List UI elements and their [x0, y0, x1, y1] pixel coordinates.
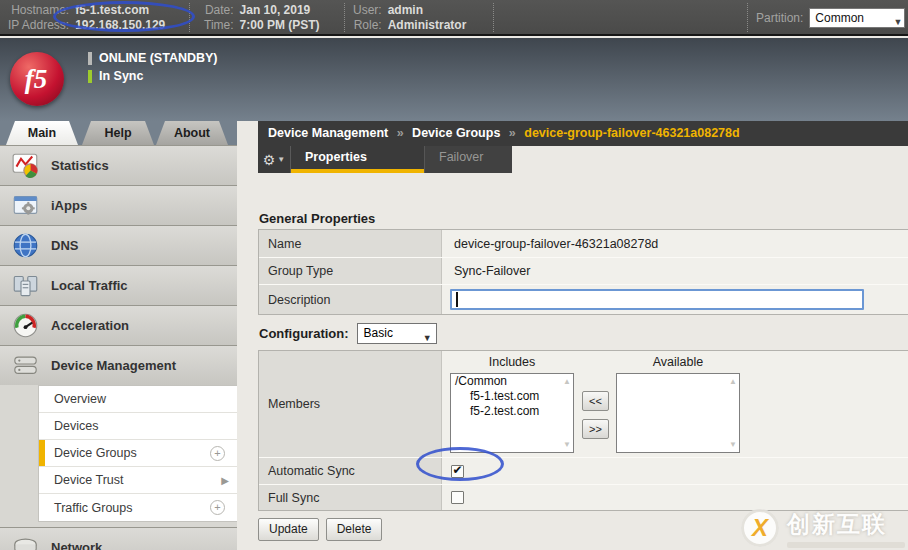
members-row-value: Includes Available /Common f5-1.test.com…	[442, 351, 908, 457]
tab-main[interactable]: Main	[6, 121, 78, 145]
full-sync-label: Full Sync	[259, 485, 442, 510]
main-content: Device Management » Device Groups » devi…	[237, 121, 908, 550]
chevron-down-icon: ▼	[277, 155, 285, 164]
topbar-divider	[747, 3, 748, 32]
breadcrumb-separator: »	[509, 126, 516, 140]
breadcrumb-current-page: device-group-failover-46321a08278d	[524, 126, 739, 140]
sidebar-item-label: iApps	[51, 198, 87, 213]
watermark-text-block: 创新互联	[787, 509, 905, 548]
submenu-item-label: Overview	[54, 392, 106, 406]
includes-caption: Includes	[450, 355, 574, 369]
sidebar-item-acceleration[interactable]: Acceleration	[0, 305, 237, 345]
name-row-value: device-group-failover-46321a08278d	[442, 230, 908, 257]
update-button[interactable]: Update	[258, 518, 319, 541]
hostname-value: f5-1.test.com	[75, 3, 165, 17]
role-value: Administrator	[388, 18, 467, 32]
device-status: ONLINE (STANDBY) In Sync	[88, 51, 218, 87]
breadcrumb-device-groups[interactable]: Device Groups	[412, 126, 500, 140]
add-device-group-icon[interactable]: +	[210, 446, 225, 461]
sidebar-item-iapps[interactable]: iApps	[0, 185, 237, 225]
sidebar-item-label: DNS	[51, 238, 78, 253]
sidebar-item-local-traffic[interactable]: Local Traffic	[0, 265, 237, 305]
subtab-properties[interactable]: Properties	[291, 146, 424, 173]
ip-address-value: 192.168.150.129	[75, 18, 165, 32]
hostname-label: Hostname:	[8, 3, 69, 17]
subtab-bar: ⚙ ▼ Properties Failover	[258, 146, 512, 173]
action-buttons: Update Delete	[258, 518, 382, 541]
status-online-row: ONLINE (STANDBY)	[88, 51, 218, 65]
sidebar-item-statistics[interactable]: Statistics	[0, 145, 237, 185]
automatic-sync-value	[442, 458, 908, 484]
tab-help[interactable]: Help	[82, 121, 154, 145]
scroll-down-icon[interactable]: ▼	[563, 440, 571, 449]
submenu-item-overview[interactable]: Overview	[39, 386, 237, 413]
subtab-failover[interactable]: Failover	[424, 146, 512, 173]
submenu-item-label: Devices	[54, 419, 98, 433]
includes-option[interactable]: f5-2.test.com	[451, 404, 573, 419]
submenu-item-devices[interactable]: Devices	[39, 413, 237, 440]
includes-option[interactable]: f5-1.test.com	[451, 389, 573, 404]
sidebar-item-label: Acceleration	[51, 318, 129, 333]
f5-bigip-screen: Hostname: f5-1.test.com IP Address: 192.…	[0, 0, 908, 550]
dns-icon	[12, 232, 39, 259]
date-value: Jan 10, 2019	[240, 3, 320, 17]
sidebar-item-dns[interactable]: DNS	[0, 225, 237, 265]
sidebar-item-device-management[interactable]: Device Management	[0, 345, 237, 385]
submenu-item-traffic-groups[interactable]: Traffic Groups +	[39, 494, 237, 521]
tab-about[interactable]: About	[156, 121, 228, 145]
delete-button[interactable]: Delete	[326, 518, 383, 541]
automatic-sync-label: Automatic Sync	[259, 458, 442, 484]
ip-address-label: IP Address:	[8, 18, 69, 32]
members-row: Members Includes Available /Common f5-1.…	[259, 351, 908, 457]
time-value: 7:00 PM (PST)	[240, 18, 320, 32]
status-sync-row: In Sync	[88, 69, 218, 83]
move-to-includes-button[interactable]: <<	[582, 391, 609, 411]
group-type-row-value: Sync-Failover	[442, 258, 908, 284]
automatic-sync-checkbox[interactable]	[451, 465, 464, 478]
description-input[interactable]	[450, 289, 864, 310]
configuration-select[interactable]: Basic ▼	[357, 323, 437, 344]
sidebar-item-label: Network	[51, 540, 102, 550]
configuration-table: Members Includes Available /Common f5-1.…	[258, 350, 908, 511]
submenu-item-device-trust[interactable]: Device Trust ▶	[39, 467, 237, 494]
watermark-subtext	[787, 542, 905, 548]
role-label: Role:	[353, 18, 382, 32]
f5-logo: f5	[10, 52, 64, 106]
time-label: Time:	[204, 18, 234, 32]
includes-listbox[interactable]: /Common f5-1.test.com f5-2.test.com ▲ ▼	[450, 373, 574, 453]
scroll-up-icon[interactable]: ▲	[729, 377, 737, 386]
general-properties-table: Name device-group-failover-46321a08278d …	[258, 229, 908, 315]
chevron-down-icon: ▼	[423, 329, 432, 348]
scroll-up-icon[interactable]: ▲	[563, 377, 571, 386]
available-listbox[interactable]: ▲ ▼	[616, 373, 740, 453]
sidebar-item-network[interactable]: Network	[0, 527, 237, 550]
table-row: Group Type Sync-Failover	[259, 257, 908, 284]
device-management-icon	[12, 352, 39, 379]
network-icon	[12, 534, 39, 550]
configuration-label: Configuration:	[259, 326, 349, 341]
move-to-available-button[interactable]: >>	[582, 419, 609, 439]
add-traffic-group-icon[interactable]: +	[210, 500, 225, 515]
configuration-selected-value: Basic	[364, 326, 393, 340]
table-row: Name device-group-failover-46321a08278d	[259, 230, 908, 257]
full-sync-checkbox[interactable]	[451, 491, 464, 504]
user-label: User:	[353, 3, 382, 17]
group-type-row-label: Group Type	[259, 258, 442, 284]
breadcrumb-device-management[interactable]: Device Management	[268, 126, 388, 140]
host-info-group: Hostname: f5-1.test.com IP Address: 192.…	[8, 3, 165, 32]
breadcrumb: Device Management » Device Groups » devi…	[258, 121, 908, 146]
description-row-label: Description	[259, 285, 442, 314]
scroll-down-icon[interactable]: ▼	[729, 440, 737, 449]
topbar-divider	[344, 3, 345, 32]
standby-indicator-icon	[88, 52, 92, 65]
includes-option[interactable]: /Common	[451, 374, 573, 389]
text-cursor	[456, 292, 458, 307]
partition-selected-value: Common	[815, 11, 864, 25]
datetime-group: Date: Jan 10, 2019 Time: 7:00 PM (PST)	[204, 3, 320, 32]
device-management-submenu: Overview Devices Device Groups + Device …	[38, 385, 237, 522]
submenu-item-device-groups[interactable]: Device Groups +	[39, 440, 237, 467]
options-gear-button[interactable]: ⚙ ▼	[258, 146, 291, 173]
partition-select[interactable]: Common ▼	[809, 8, 905, 28]
iapps-icon	[12, 192, 39, 219]
watermark-text: 创新互联	[787, 509, 905, 540]
